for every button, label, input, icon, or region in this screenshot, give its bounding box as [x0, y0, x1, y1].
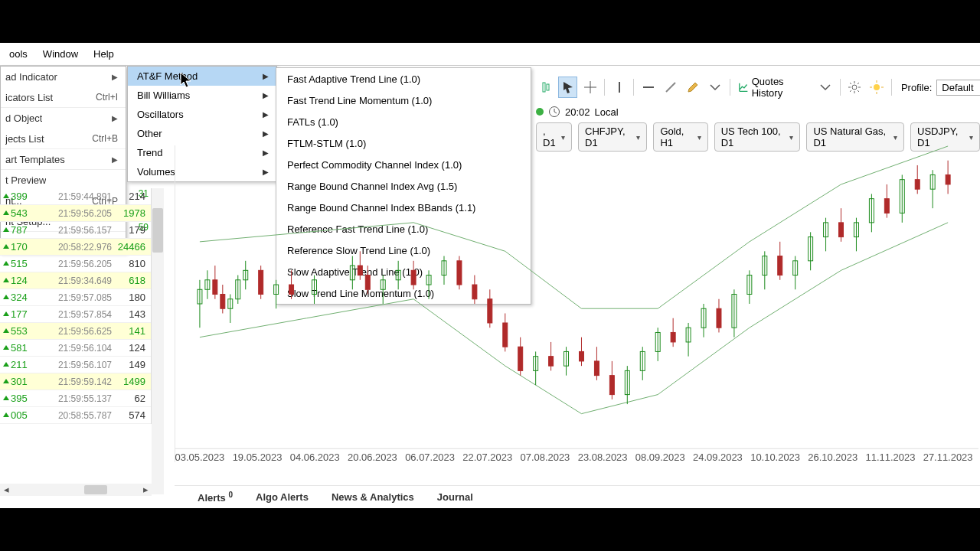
scroll-right-icon[interactable]: ▸ [139, 484, 152, 496]
table-row[interactable]: 17020:58:22.97624466 [0, 239, 151, 256]
candlestick-icon[interactable] [536, 77, 555, 98]
svg-rect-71 [579, 351, 583, 360]
atf-indicator-item[interactable]: Fast Adaptive Trend Line (1.0) [276, 68, 531, 90]
svg-rect-49 [411, 270, 416, 285]
sun-icon[interactable] [867, 77, 887, 98]
tab-algo-alerts[interactable]: Algo Alerts [256, 491, 309, 503]
table-row[interactable]: 00520:58:55.787574 [0, 407, 151, 424]
svg-rect-1 [547, 84, 549, 90]
svg-text:07.08.2023: 07.08.2023 [521, 452, 570, 462]
quotes-hscrollbar[interactable]: ◂ ▸ [0, 484, 152, 496]
svg-text:11.11.2023: 11.11.2023 [866, 452, 916, 462]
toolbar: Quotes History Profile: Default [536, 73, 980, 101]
quotes-table: 39921:59:44.89121454321:59:56.2051978787… [0, 188, 152, 424]
svg-text:27.11.2023: 27.11.2023 [923, 452, 973, 462]
chevron-down-icon: ▾ [636, 133, 640, 142]
svg-text:10.10.2023: 10.10.2023 [750, 452, 800, 462]
svg-line-6 [666, 83, 675, 92]
up-arrow-icon [3, 345, 9, 351]
pencil-icon[interactable] [683, 77, 702, 98]
atf-indicator-item[interactable]: Fast Trend Line Momentum (1.0) [276, 90, 531, 111]
pointer-icon[interactable] [558, 77, 577, 98]
svg-rect-57 [472, 285, 477, 299]
up-arrow-icon [3, 328, 9, 334]
table-row[interactable]: 78721:59:56.157179 [0, 222, 151, 239]
scroll-left-icon[interactable]: ◂ [0, 484, 12, 496]
svg-rect-43 [365, 276, 370, 290]
tools-menu-item[interactable]: ad Indicator▶ [1, 67, 126, 87]
chevron-down-icon: ▾ [789, 133, 793, 142]
table-row[interactable]: 17721:59:57.854143 [0, 306, 151, 323]
quotes-history-label: Quotes History [752, 76, 810, 99]
svg-rect-21 [213, 280, 217, 295]
up-arrow-icon [3, 210, 9, 217]
table-row[interactable]: 58121:59:56.104124 [0, 340, 151, 357]
svg-rect-75 [609, 376, 614, 395]
table-row[interactable]: 21121:59:56.107149 [0, 357, 151, 373]
svg-point-8 [874, 84, 880, 90]
tools-menu-item[interactable]: t Preview [1, 170, 126, 191]
quotes-history-button[interactable]: Quotes History [735, 76, 813, 99]
up-arrow-icon [3, 278, 9, 284]
svg-text:08.09.2023: 08.09.2023 [635, 452, 685, 462]
profile-select[interactable]: Default [936, 80, 980, 96]
atf-indicator-item[interactable]: FATLs (1.0) [276, 111, 531, 132]
up-arrow-icon [3, 396, 9, 402]
dropdown-icon[interactable] [706, 77, 725, 98]
indicator-category-item[interactable]: AT&F Method▶ [128, 67, 276, 86]
menu-help[interactable]: Help [86, 44, 122, 64]
svg-text:26.10.2023: 26.10.2023 [808, 452, 858, 462]
price-chart[interactable]: 03.05.202319.05.202304.06.202320.06.2023… [175, 145, 978, 462]
up-arrow-icon [3, 244, 9, 250]
indicator-category-item[interactable]: Bill Williams▶ [128, 86, 276, 105]
svg-rect-55 [457, 261, 462, 285]
svg-point-7 [852, 85, 857, 90]
tab-alerts[interactable]: Alerts 0 [198, 491, 233, 504]
dropdown-icon[interactable] [816, 77, 835, 98]
svg-rect-67 [549, 357, 554, 366]
tools-menu-item[interactable]: jects ListCtrl+B [1, 129, 126, 149]
svg-rect-61 [503, 323, 508, 347]
quotes-scrollbar[interactable] [152, 188, 164, 494]
menu-tools[interactable]: ools [2, 44, 35, 64]
up-arrow-icon [3, 227, 9, 233]
svg-rect-63 [518, 347, 523, 370]
status-dot-icon [536, 108, 544, 116]
table-row[interactable]: 30121:59:59.1421499 [0, 373, 151, 390]
chevron-down-icon: ▾ [561, 133, 565, 142]
bottom-tabs: Alerts 0 Algo Alerts News & Analytics Jo… [175, 485, 980, 508]
svg-rect-83 [671, 332, 675, 341]
svg-text:03.05.2023: 03.05.2023 [175, 452, 224, 462]
crosshair-icon[interactable] [580, 77, 599, 98]
horizontal-line-icon[interactable] [639, 77, 658, 98]
table-row[interactable]: 54321:59:56.2051978 [0, 205, 151, 222]
table-row[interactable]: 55321:59:56.625141 [0, 323, 151, 340]
table-row[interactable]: 12421:59:34.649618 [0, 272, 151, 289]
svg-rect-111 [884, 199, 889, 214]
gear-icon[interactable] [845, 77, 864, 98]
indicator-category-item[interactable]: Oscillators▶ [128, 105, 276, 124]
svg-text:04.06.2023: 04.06.2023 [290, 452, 340, 462]
svg-line-15 [554, 112, 557, 113]
up-arrow-icon [3, 311, 9, 318]
tools-menu-item[interactable]: d Object▶ [1, 108, 126, 129]
table-row[interactable]: 32421:59:57.085180 [0, 289, 151, 306]
table-row[interactable]: 51521:59:56.205810 [0, 256, 151, 272]
menu-window[interactable]: Window [35, 44, 86, 64]
table-row[interactable]: 39521:59:55.13762 [0, 390, 151, 407]
table-row[interactable]: 39921:59:44.891214 [0, 188, 151, 205]
tab-news[interactable]: News & Analytics [332, 491, 414, 503]
indicator-category-item[interactable]: Other▶ [128, 124, 276, 143]
trend-line-icon[interactable] [661, 77, 680, 98]
svg-rect-105 [839, 223, 844, 237]
tools-menu-item[interactable]: icators ListCtrl+I [1, 87, 126, 108]
tab-journal[interactable]: Journal [437, 491, 473, 503]
svg-text:19.05.2023: 19.05.2023 [233, 452, 283, 462]
up-arrow-icon [3, 261, 9, 267]
tools-menu-item[interactable]: art Templates▶ [1, 149, 126, 170]
chevron-down-icon: ▾ [697, 133, 701, 142]
clock-tz: Local [595, 106, 619, 118]
svg-text:20.06.2023: 20.06.2023 [348, 452, 397, 462]
vertical-line-icon[interactable] [609, 77, 629, 98]
svg-text:23.08.2023: 23.08.2023 [578, 452, 628, 462]
